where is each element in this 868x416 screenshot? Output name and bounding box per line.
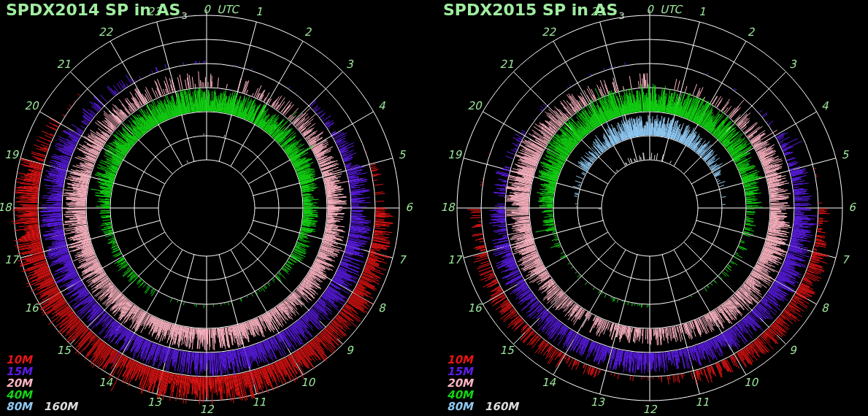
legend-row: 20M	[6, 377, 77, 389]
chart-title-2015: SPDX2015 SP in AS3	[443, 1, 625, 19]
legend-2015: 10M 15M 20M 40M 80M160M	[447, 354, 518, 412]
chart-title-2014-subscript: 3	[181, 10, 187, 21]
legend-row: 80M160M	[447, 401, 518, 412]
chart-title-2014: SPDX2014 SP in AS3	[6, 1, 188, 19]
legend-row: 40M	[6, 389, 77, 401]
legend-item-20m: 20M	[447, 377, 473, 389]
legend-row: 10M	[447, 354, 518, 366]
legend-item-40m: 40M	[447, 389, 473, 401]
legend-item-160m: 160M	[44, 401, 77, 412]
legend-row: 15M	[447, 366, 518, 377]
legend-row: 80M160M	[6, 401, 77, 412]
legend-item-80m: 80M	[6, 401, 32, 412]
legend-item-10m: 10M	[447, 354, 473, 366]
chart-title-2015-subscript: 3	[618, 10, 624, 21]
chart-title-2015-text: SPDX2015 SP in AS	[443, 1, 618, 19]
legend-item-20m: 20M	[6, 377, 32, 389]
legend-item-15m: 15M	[6, 366, 32, 377]
legend-2014: 10M 15M 20M 40M 80M160M	[6, 354, 77, 412]
legend-row: 20M	[447, 377, 518, 389]
legend-row: 15M	[6, 366, 77, 377]
legend-item-40m: 40M	[6, 389, 32, 401]
dual-polar-chart-stage: SPDX2014 SP in AS3 SPDX2015 SP in AS3 10…	[0, 0, 868, 416]
legend-item-15m: 15M	[447, 366, 473, 377]
polar-charts-canvas	[0, 0, 868, 416]
legend-row: 10M	[6, 354, 77, 366]
legend-item-160m: 160M	[485, 401, 518, 412]
legend-item-80m: 80M	[447, 401, 473, 412]
chart-title-2014-text: SPDX2014 SP in AS	[6, 1, 180, 19]
legend-row: 40M	[447, 389, 518, 401]
legend-item-10m: 10M	[6, 354, 32, 366]
